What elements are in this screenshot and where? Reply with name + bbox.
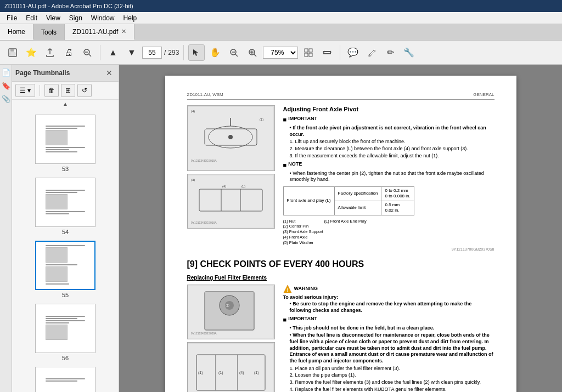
menu-window[interactable]: Window xyxy=(87,13,119,23)
svg-text:(4): (4) xyxy=(222,185,226,188)
svg-text:(1): (1) xyxy=(198,371,203,375)
image-ref-1: 9Y12113700GB20370S8 xyxy=(283,247,494,252)
step3: 3. If the measurement exceeds the allowa… xyxy=(290,153,494,160)
zoom-out-btn2[interactable] xyxy=(226,44,242,61)
svg-rect-2 xyxy=(10,53,15,55)
highlight-button[interactable] xyxy=(363,44,380,61)
svg-rect-16 xyxy=(309,53,312,56)
allowable-limit-val: 0.5 mm0.02 in. xyxy=(381,201,414,215)
bookmark-button[interactable]: ⭐ xyxy=(23,44,40,61)
main-area: 📄 🔖 📎 Page Thumbnails ✕ ☰ ▾ 🗑 ⊞ ↺ ▲ xyxy=(0,65,562,392)
warning-label: WARNING xyxy=(294,286,318,292)
fuel-step2: 2. Loosen the pipe clamps (1). xyxy=(290,372,494,379)
sidebar-rotate-button[interactable]: ↺ xyxy=(77,84,92,97)
fuel-step1: 1. Place an oil pan under the fuel filte… xyxy=(290,366,494,372)
page-content: ZD1011-AU, WSM GENERAL (4) xyxy=(165,76,516,392)
important-bullet-1: • This job should not be done in the fie… xyxy=(290,325,494,332)
thumbnail-54[interactable]: 54 xyxy=(12,175,119,238)
zoom-select[interactable]: 75% 50% 100% 125% 150% xyxy=(263,47,298,59)
svg-text:9Y12113430ES029A: 9Y12113430ES029A xyxy=(191,332,217,335)
thumbnails-list: 53 54 xyxy=(12,108,119,392)
hand-tool-button[interactable]: ✋ xyxy=(207,44,223,61)
page-total: 293 xyxy=(168,49,179,56)
sidebar-delete-button[interactable]: 🗑 xyxy=(44,84,59,97)
axle-text: Adjusting Front Axle Pivot ■ IMPORTANT •… xyxy=(283,105,494,252)
tab-home[interactable]: Home xyxy=(0,24,33,40)
svg-rect-17 xyxy=(323,51,331,52)
print-button[interactable]: 🖨 xyxy=(60,44,77,61)
fuel-diagram-2: (1) (1) (4) (1) 9Y12113430ES030A xyxy=(187,342,275,392)
draw-button[interactable]: ✏ xyxy=(382,44,398,61)
thumbnail-56[interactable]: 56 xyxy=(12,302,119,365)
next-page-button[interactable]: ▼ xyxy=(123,44,140,61)
prev-page-button[interactable]: ▲ xyxy=(105,44,121,61)
zoom-mode-button[interactable] xyxy=(300,44,317,61)
svg-line-7 xyxy=(235,54,238,56)
fuel-diagram-1: ② 9Y12113430ES029A xyxy=(187,285,275,339)
save-button[interactable] xyxy=(4,44,21,61)
tab-home-label: Home xyxy=(8,28,25,36)
spec-table: Front axle and play (L) Factory specific… xyxy=(283,186,414,215)
thumbnail-image-54 xyxy=(35,178,95,227)
thumbnail-53[interactable]: 53 xyxy=(12,112,119,175)
header-right: GENERAL xyxy=(473,92,494,98)
page-num-55: 55 xyxy=(62,292,69,298)
important-bullet-2: • When the fuel line is disconnected for… xyxy=(290,332,494,364)
zoom-in-btn[interactable] xyxy=(244,44,261,61)
svg-point-26 xyxy=(228,135,233,139)
tab-close-button[interactable]: ✕ xyxy=(121,28,126,35)
nav-pages-button[interactable]: 📄 xyxy=(1,67,12,78)
menu-sign[interactable]: Sign xyxy=(65,13,87,23)
section1-title: Adjusting Front Axle Pivot xyxy=(283,105,494,113)
tab-bar: Home Tools ZD1011-AU.pdf ✕ xyxy=(0,24,562,41)
page-num-54: 54 xyxy=(62,229,69,235)
svg-text:(4): (4) xyxy=(239,371,244,375)
pan-button[interactable] xyxy=(319,44,335,61)
axle-images: (4) (1) 9Y12113430ES015A (3) (4) xyxy=(187,105,275,252)
upload-button[interactable] xyxy=(42,44,58,61)
tab-document[interactable]: ZD1011-AU.pdf ✕ xyxy=(65,24,134,40)
sidebar-menu-button[interactable]: ☰ ▾ xyxy=(15,84,35,97)
svg-text:(4): (4) xyxy=(191,110,195,113)
sidebar-insert-button[interactable]: ⊞ xyxy=(61,84,75,97)
table-label: Front axle and play (L) xyxy=(283,187,334,215)
svg-rect-1 xyxy=(10,49,14,52)
thumbnail-57[interactable] xyxy=(12,365,119,392)
tab-tools[interactable]: Tools xyxy=(33,24,65,40)
svg-rect-30 xyxy=(188,175,273,228)
menu-bar: File Edit View Sign Window Help xyxy=(0,12,562,24)
title-bar: ZD1011-AU.pdf - Adobe Acrobat Pro DC (32… xyxy=(0,0,562,12)
important-text: • If the front axle pivot pin adjustment… xyxy=(290,125,494,138)
thumbnail-55[interactable]: 55 xyxy=(12,238,119,302)
sidebar-close-button[interactable]: ✕ xyxy=(103,67,115,79)
toolbar: ⭐ 🖨 ▲ ▼ / 293 ✋ 75% 50% 100% 125% 150% � xyxy=(0,41,562,65)
section2-subtitle: Replacing Fuel Filter Elements xyxy=(187,274,494,281)
menu-view[interactable]: View xyxy=(42,13,65,23)
page-num-53: 53 xyxy=(62,166,69,172)
fuel-step3: 3. Remove the fuel filter elements (3) a… xyxy=(290,379,494,386)
menu-file[interactable]: File xyxy=(2,13,21,23)
page-header: ZD1011-AU, WSM GENERAL xyxy=(187,92,494,100)
section-axle-pivot: (4) (1) 9Y12113430ES015A (3) (4) xyxy=(187,105,494,252)
tab-tools-label: Tools xyxy=(41,29,57,36)
page-num-56: 56 xyxy=(62,355,69,361)
step1: 1. Lift up and securely block the front … xyxy=(290,139,494,145)
svg-line-4 xyxy=(89,54,91,56)
nav-bookmarks-button[interactable]: 🔖 xyxy=(1,80,12,91)
menu-help[interactable]: Help xyxy=(119,13,142,23)
left-nav: 📄 🔖 📎 xyxy=(0,65,12,392)
svg-text:9Y12113430ES016A: 9Y12113430ES016A xyxy=(191,221,217,224)
important-label-2: IMPORTANT xyxy=(288,316,317,322)
note-text: • When fastening the center pin (2), tig… xyxy=(290,171,494,183)
zoom-out-button[interactable] xyxy=(79,44,95,61)
scroll-up-button[interactable]: ▲ xyxy=(12,100,119,108)
nav-attachments-button[interactable]: 📎 xyxy=(1,93,12,104)
select-tool-button[interactable] xyxy=(188,44,205,61)
page-number-input[interactable] xyxy=(142,47,162,59)
menu-edit[interactable]: Edit xyxy=(21,13,42,23)
comment-button[interactable]: 💬 xyxy=(345,44,361,61)
svg-text:(L): (L) xyxy=(241,185,245,188)
header-left: ZD1011-AU, WSM xyxy=(187,92,223,98)
thumbnail-image-57 xyxy=(35,367,95,392)
more-tools-button[interactable]: 🔧 xyxy=(401,44,417,61)
